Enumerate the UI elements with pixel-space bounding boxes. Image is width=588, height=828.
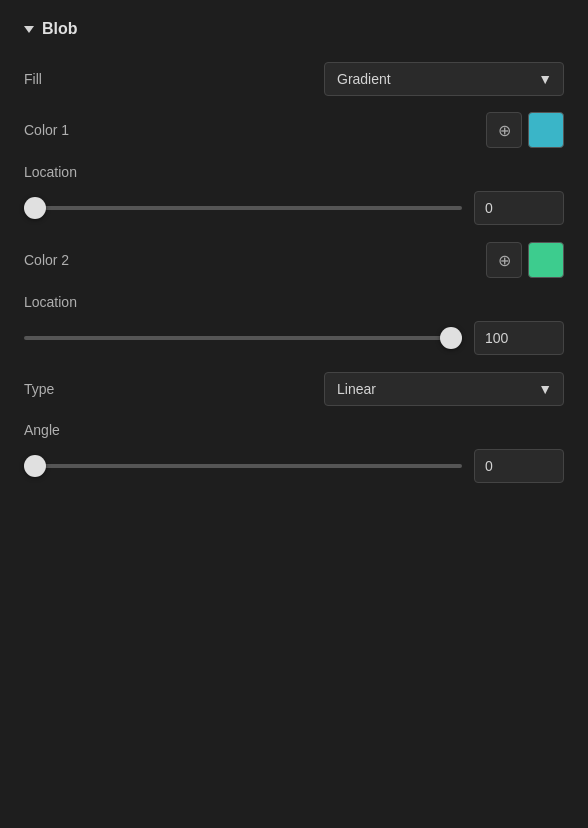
section-title: Blob [42,20,78,38]
location1-label: Location [24,164,564,180]
section-header: Blob [24,20,564,38]
fill-select[interactable]: None Solid Gradient Image [324,62,564,96]
angle-slider-container [24,448,462,484]
location1-slider-container [24,190,462,226]
type-row: Type Linear Radial ▼ [24,372,564,406]
color1-controls: ⊕ [486,112,564,148]
angle-slider-row: 0 [24,448,564,484]
location1-slider[interactable] [24,206,462,210]
fill-row: Fill None Solid Gradient Image ▼ [24,62,564,96]
location2-block: Location 100 [24,294,564,356]
location1-slider-row: 0 [24,190,564,226]
angle-number-input[interactable]: 0 [474,449,564,483]
color2-global-button[interactable]: ⊕ [486,242,522,278]
color1-globe-icon: ⊕ [498,121,511,140]
angle-block: Angle 0 [24,422,564,484]
color2-row: Color 2 ⊕ [24,242,564,278]
location2-slider-container [24,320,462,356]
angle-slider[interactable] [24,464,462,468]
location1-number-input[interactable]: 0 [474,191,564,225]
angle-label: Angle [24,422,564,438]
location1-block: Location 0 [24,164,564,226]
location2-number-input[interactable]: 100 [474,321,564,355]
color1-label: Color 1 [24,122,69,138]
color1-row: Color 1 ⊕ [24,112,564,148]
color2-swatch[interactable] [528,242,564,278]
collapse-icon[interactable] [24,26,34,33]
type-select-wrapper: Linear Radial ▼ [324,372,564,406]
type-select[interactable]: Linear Radial [324,372,564,406]
color2-label: Color 2 [24,252,69,268]
color1-swatch[interactable] [528,112,564,148]
type-label: Type [24,381,54,397]
location2-slider-row: 100 [24,320,564,356]
color1-global-button[interactable]: ⊕ [486,112,522,148]
fill-select-wrapper: None Solid Gradient Image ▼ [324,62,564,96]
location2-slider[interactable] [24,336,462,340]
color2-globe-icon: ⊕ [498,251,511,270]
fill-label: Fill [24,71,42,87]
location2-label: Location [24,294,564,310]
color2-controls: ⊕ [486,242,564,278]
